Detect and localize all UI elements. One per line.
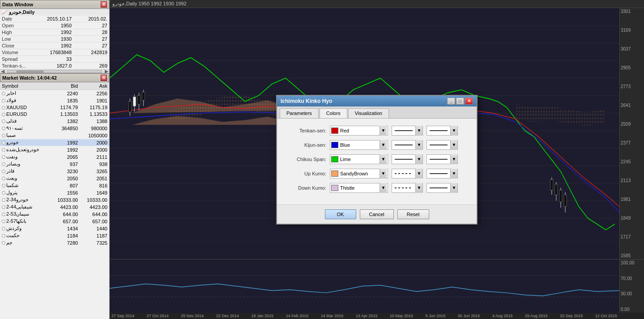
line-style-arrow-3[interactable]: ▼ (415, 169, 422, 179)
market-bid: 2240 (50, 90, 80, 97)
market-ask: 2051 (80, 175, 109, 182)
dialog-close-button[interactable]: ✕ (465, 98, 473, 105)
line-style-arrow-4[interactable]: ▼ (415, 183, 422, 193)
line-style-0[interactable]: ▼ (392, 126, 423, 136)
market-row[interactable]: قاذر 3230 3265 (0, 168, 109, 175)
market-bid: 10333.00 (50, 196, 80, 204)
line-style-arrow-2[interactable]: ▼ (415, 154, 422, 164)
market-row[interactable]: خودرو‌تعدیل‌شده 1992 2000 (0, 146, 109, 153)
market-row[interactable]: صمبا 1050000 (0, 132, 109, 139)
color-dropdown-arrow-0[interactable]: ▼ (380, 126, 387, 136)
line-style2-2[interactable]: ▼ (426, 154, 458, 164)
tab-parameters[interactable]: Parameters (280, 108, 319, 118)
line-style2-0[interactable]: ▼ (426, 126, 458, 136)
line-preview-4 (395, 187, 413, 188)
status-dot (2, 191, 5, 195)
data-window-close-button[interactable]: ✕ (101, 1, 107, 8)
field-value2: 27 (73, 22, 109, 29)
color-picker-2[interactable]: Lime ▼ (330, 154, 388, 164)
color-picker-1[interactable]: Blue ▼ (330, 140, 388, 150)
color-label-4: Down Kumo: (286, 185, 326, 191)
tab-visualization[interactable]: Visualization (348, 108, 389, 118)
reset-button[interactable]: Reset (397, 209, 429, 219)
market-row[interactable]: EURUSD 1.13503 1.13533 (0, 111, 109, 118)
dialog-maximize-button[interactable]: □ (456, 98, 464, 105)
dialog-minimize-button[interactable]: _ (447, 98, 455, 105)
market-row[interactable]: خودرو 1992 2000 (0, 139, 109, 146)
color-label-0: Tenkan-sen: (286, 128, 326, 133)
color-row-2: Chikou Span: Lime ▼ ▼ ▼ (286, 154, 468, 164)
color-dropdown-arrow-4[interactable]: ▼ (380, 183, 387, 193)
market-symbol: وبصادر (0, 161, 50, 168)
line-style-2[interactable]: ▼ (392, 154, 423, 164)
market-row[interactable]: پترول 1556 1649 (0, 189, 109, 196)
line-style2-arrow-4[interactable]: ▼ (450, 183, 457, 193)
data-table-row: High 1992 28 (0, 29, 109, 36)
line-style2-arrow-2[interactable]: ▼ (450, 154, 457, 164)
line-style2-arrow-0[interactable]: ▼ (450, 126, 457, 136)
market-row[interactable]: وبعث 2050 2051 (0, 175, 109, 182)
data-window-scrollbar[interactable]: ◀ ▶ (0, 69, 109, 73)
field-label: Low (0, 36, 29, 43)
color-dropdown-arrow-3[interactable]: ▼ (380, 169, 387, 179)
color-name-0: Red (340, 128, 380, 133)
market-row[interactable]: جم 7280 7325 (0, 239, 109, 247)
color-dropdown-arrow-1[interactable]: ▼ (380, 140, 387, 150)
color-swatch-2 (331, 156, 338, 162)
line-style2-arrow-3[interactable]: ▼ (450, 169, 457, 179)
color-picker-3[interactable]: SandyBrown ▼ (330, 169, 388, 179)
line-style-arrow-0[interactable]: ▼ (415, 126, 422, 136)
market-row[interactable]: خودرو‌34-2 10333.00 10333.00 (0, 196, 109, 204)
market-row[interactable]: وبصادر 937 938 (0, 161, 109, 168)
market-ask: 1901 (80, 97, 109, 104)
market-ask: 644.00 (80, 211, 109, 218)
line-style-1[interactable]: ▼ (392, 140, 423, 150)
line-style-arrow-1[interactable]: ▼ (415, 140, 422, 150)
field-value1: 1930 (29, 36, 73, 43)
market-row[interactable]: فولاد 1835 1901 (0, 97, 109, 104)
market-row[interactable]: ونفت 2065 2111 (0, 153, 109, 161)
market-row[interactable]: تسه۹۱۰ 364850 980000 (0, 125, 109, 132)
data-table-row: Low 1930 27 (0, 36, 109, 43)
color-dropdown-arrow-2[interactable]: ▼ (380, 154, 387, 164)
field-value2: 27 (73, 36, 109, 43)
market-symbol: فذلی (0, 118, 50, 125)
market-symbol: اخابر (0, 90, 50, 97)
market-row[interactable]: شکمبا 807 816 (0, 182, 109, 189)
line-style2-3[interactable]: ▼ (426, 169, 458, 179)
market-row[interactable]: XAUUSD 1174.79 1175.19 (0, 104, 109, 111)
line-style-3[interactable]: ▼ (392, 169, 423, 179)
tab-colors[interactable]: Colors (320, 108, 347, 118)
market-row[interactable]: اخابر 2240 2256 (0, 90, 109, 97)
market-bid: 1556 (50, 189, 80, 196)
market-row[interactable]: حکمت 1184 1187 (0, 232, 109, 239)
market-row[interactable]: وکرذش 1434 1440 (0, 225, 109, 232)
color-picker-0[interactable]: Red ▼ (330, 126, 388, 136)
line-style2-arrow-1[interactable]: ▼ (450, 140, 457, 150)
field-value1: 33 (29, 56, 73, 63)
color-picker-4[interactable]: Thistle ▼ (330, 183, 388, 193)
scrollbar-track[interactable] (7, 70, 102, 73)
ok-button[interactable]: OK (325, 209, 356, 219)
market-ask: 1175.19 (80, 104, 109, 111)
scrollbar-thumb[interactable] (17, 71, 43, 72)
market-row[interactable]: بانکها‌57-2 657.00 657.00 (0, 218, 109, 225)
market-ask: 1649 (80, 189, 109, 196)
line-style2-1[interactable]: ▼ (426, 140, 458, 150)
market-watch-close-button[interactable]: ✕ (101, 75, 107, 81)
field-value2: 27 (73, 43, 109, 49)
cancel-button[interactable]: Cancel (360, 209, 394, 219)
market-row[interactable]: شیفیایی‌44-2 4423.00 4423.00 (0, 204, 109, 211)
market-row[interactable]: سیمان‌53-2 644.00 644.00 (0, 211, 109, 218)
field-value2: 242819 (73, 49, 109, 56)
market-row[interactable]: فذلی 1382 1388 (0, 118, 109, 125)
line-style-4[interactable]: ▼ (392, 183, 423, 193)
market-bid: 1434 (50, 225, 80, 232)
status-dot (2, 119, 5, 123)
market-watch: Market Watch: 14:04:42 ✕ Symbol Bid Ask … (0, 73, 109, 319)
line-style2-4[interactable]: ▼ (426, 183, 458, 193)
col-bid: Bid (50, 82, 80, 90)
data-window-symbol: 📈 خودرو,Daily (0, 9, 109, 16)
market-symbol: XAUUSD (0, 104, 50, 111)
line-preview2-0 (430, 130, 448, 131)
